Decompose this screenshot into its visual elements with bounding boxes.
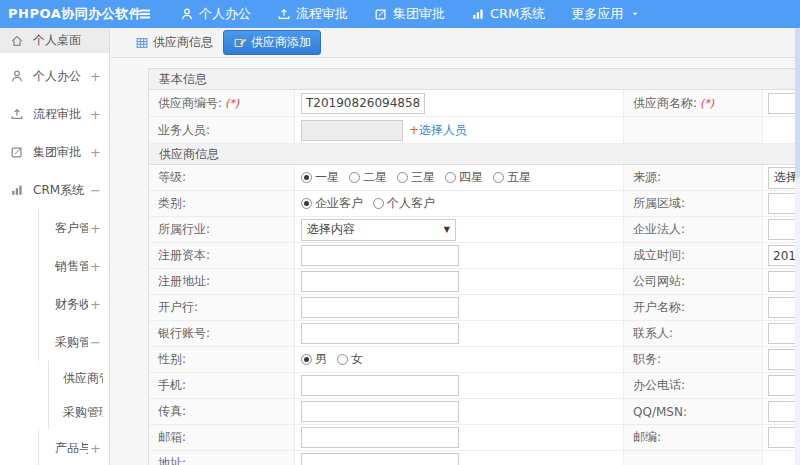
field-value [295, 451, 623, 465]
radio-icon[interactable] [349, 172, 360, 183]
field-label-text: 注册地址: [158, 273, 210, 290]
expand-toggle[interactable]: + [88, 441, 103, 456]
form-row: 地址: [149, 451, 800, 465]
field-value [295, 295, 623, 320]
sidebar: 个人桌面个人办公+流程审批+集团审批+CRM系统−客户管理+销售管理+财务收支+… [0, 28, 110, 465]
text-input[interactable] [301, 93, 425, 114]
form-row: 开户行:开户名称: [149, 295, 800, 321]
topnav-item[interactable]: 更多应用 [571, 5, 640, 23]
expand-toggle[interactable]: + [88, 297, 103, 312]
radio-icon[interactable] [301, 354, 312, 365]
sidebar-item[interactable]: 采购管理− [38, 323, 109, 361]
chart-icon [10, 183, 26, 197]
sidebar-item[interactable]: 财务收支+ [38, 285, 109, 323]
tab-supplier-add[interactable]: 供应商添加 [223, 30, 321, 55]
text-input[interactable] [301, 245, 459, 266]
radio-icon[interactable] [301, 172, 312, 183]
field-label: 办公电话: [623, 373, 763, 398]
menu-icon[interactable] [128, 6, 162, 22]
radio-option[interactable]: 企业客户 [301, 195, 363, 212]
form-row: 供应商编号:(*)供应商名称:(*) [149, 90, 800, 117]
radio-option[interactable]: 三星 [397, 169, 435, 186]
radio-icon[interactable] [445, 172, 456, 183]
scrollbar-thumb[interactable] [795, 28, 800, 178]
sidebar-item-label: CRM系统 [33, 182, 88, 199]
field-label-text: 供应商编号: [158, 95, 222, 112]
topnav-item[interactable]: 个人办公 [180, 5, 251, 23]
text-input[interactable] [301, 297, 459, 318]
sidebar-item[interactable]: CRM系统− [0, 171, 109, 209]
radio-icon[interactable] [493, 172, 504, 183]
sidebar-item[interactable]: 客户管理+ [38, 209, 109, 247]
person-icon [180, 7, 194, 21]
sidebar-item-label: 个人桌面 [33, 32, 103, 49]
sidebar-item-label: 采购管理 [63, 404, 103, 421]
radio-icon[interactable] [301, 198, 312, 209]
text-input[interactable] [301, 271, 459, 292]
radio-label: 女 [351, 351, 363, 368]
expand-toggle[interactable]: + [88, 69, 103, 84]
field-label-text: 开户名称: [633, 299, 685, 316]
radio-option[interactable]: 四星 [445, 169, 483, 186]
expand-toggle[interactable]: + [88, 259, 103, 274]
field-label-text: 性别: [158, 351, 186, 368]
topnav-item-label: 更多应用 [571, 5, 623, 23]
supplier-add-form: 基本信息供应商编号:(*)供应商名称:(*)业务人员:+选择人员供应商信息等级:… [148, 68, 800, 465]
expand-toggle[interactable]: − [88, 335, 103, 350]
vertical-scrollbar[interactable] [795, 28, 800, 465]
sidebar-item[interactable]: 个人桌面 [0, 28, 109, 53]
radio-option[interactable]: 女 [337, 351, 363, 368]
expand-toggle[interactable]: + [88, 221, 103, 236]
radio-option[interactable]: 男 [301, 351, 327, 368]
field-label: 注册资本: [149, 243, 295, 268]
text-input[interactable] [301, 323, 459, 344]
text-input[interactable] [301, 375, 459, 396]
field-label: 联系人: [623, 321, 763, 346]
topnav-item[interactable]: 集团审批 [374, 5, 445, 23]
add-icon [233, 36, 247, 50]
select-dropdown[interactable]: 选择内容▼ [301, 219, 456, 241]
choose-person-label: 选择人员 [419, 123, 467, 137]
radio-icon[interactable] [337, 354, 348, 365]
field-label-text: 手机: [158, 377, 186, 394]
tab-supplier-info[interactable]: 供应商信息 [135, 34, 213, 51]
caret-down-icon [630, 9, 640, 19]
tab-label: 供应商添加 [251, 34, 311, 51]
sidebar-item[interactable]: 流程审批+ [0, 95, 109, 133]
expand-toggle[interactable]: + [88, 107, 103, 122]
sidebar-item-label: 供应商管理 [63, 370, 103, 387]
topnav-item[interactable]: 流程审批 [277, 5, 348, 23]
sidebar-item[interactable]: 集团审批+ [0, 133, 109, 171]
edit-icon [374, 7, 388, 21]
radio-option[interactable]: 个人客户 [373, 195, 435, 212]
field-label-text: 业务人员: [158, 122, 210, 139]
expand-toggle[interactable]: − [88, 183, 103, 198]
radio-option[interactable]: 一星 [301, 169, 339, 186]
text-input[interactable] [301, 120, 403, 141]
radio-label: 二星 [363, 169, 387, 186]
radio-option[interactable]: 五星 [493, 169, 531, 186]
sidebar-item[interactable]: 销售管理+ [38, 247, 109, 285]
field-label-text: 类别: [158, 195, 186, 212]
field-value: +选择人员 [295, 117, 623, 143]
sidebar-item[interactable]: 个人办公+ [0, 57, 109, 95]
table-icon [135, 36, 149, 50]
expand-toggle[interactable]: + [88, 145, 103, 160]
field-value [295, 243, 623, 268]
field-label-text: QQ/MSN: [633, 405, 687, 419]
sidebar-item[interactable]: 产品与库存+ [38, 429, 109, 465]
radio-option[interactable]: 二星 [349, 169, 387, 186]
tabbar: 供应商信息供应商添加 [111, 28, 800, 58]
topnav-item-label: CRM系统 [490, 5, 545, 23]
field-label [623, 117, 763, 143]
text-input[interactable] [301, 401, 459, 422]
radio-icon[interactable] [397, 172, 408, 183]
radio-icon[interactable] [373, 198, 384, 209]
topnav-item[interactable]: CRM系统 [471, 5, 545, 23]
field-label: 邮箱: [149, 425, 295, 450]
sidebar-item[interactable]: 采购管理 [48, 395, 109, 429]
text-input[interactable] [301, 453, 459, 465]
text-input[interactable] [301, 427, 459, 448]
choose-person-link[interactable]: +选择人员 [409, 122, 467, 139]
sidebar-item[interactable]: 供应商管理 [48, 361, 109, 395]
